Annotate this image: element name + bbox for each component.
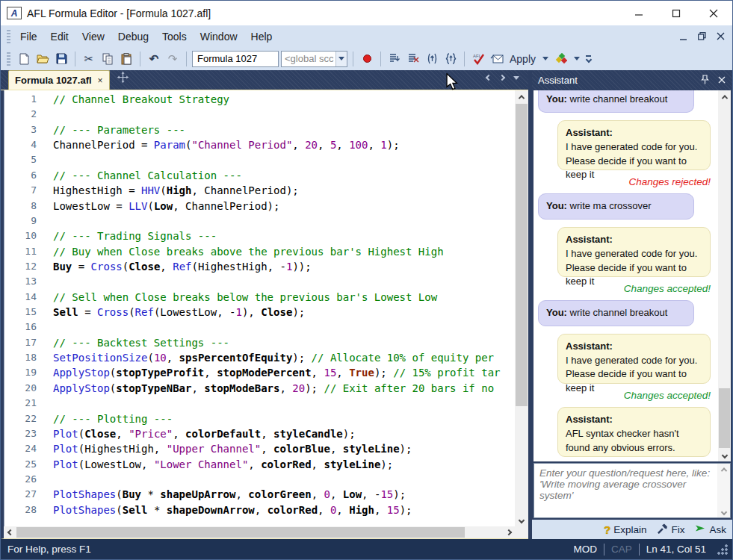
code-line-27[interactable]: PlotShapes(Buy * shapeUpArrow, colorGree… — [53, 487, 515, 502]
insert-indicator-icon[interactable] — [553, 51, 569, 67]
copy-icon[interactable] — [99, 51, 116, 67]
scope-selector[interactable]: <global scc — [281, 51, 347, 67]
menu-view[interactable]: View — [75, 28, 111, 45]
tab-formula-1027[interactable]: Formula 1027.afl × — [8, 70, 110, 90]
input-scroll-up-icon[interactable] — [717, 464, 730, 475]
resize-grip[interactable] — [717, 544, 728, 555]
code-line-11[interactable]: // Buy when Close breaks above the previ… — [53, 244, 515, 259]
assistant-messages: You: write channel breakoutAssistant: I … — [533, 90, 718, 461]
code-line-26[interactable] — [53, 472, 515, 487]
code-line-7[interactable]: HighestHigh = HHV(High, ChannelPeriod); — [53, 183, 515, 198]
tab-close-icon[interactable]: × — [98, 75, 103, 86]
code-editor[interactable]: 1234567891011121314151617181920212223242… — [1, 90, 528, 526]
tab-scroll-right-icon[interactable] — [499, 75, 505, 81]
minimize-button[interactable] — [620, 1, 658, 25]
menu-debug[interactable]: Debug — [111, 28, 155, 45]
toolbar-grip[interactable] — [7, 30, 10, 43]
open-file-icon[interactable] — [34, 51, 51, 67]
scroll-down-icon[interactable] — [515, 514, 528, 526]
code-line-22[interactable]: // --- Plotting --- — [53, 411, 515, 426]
assistant-scroll-up-icon[interactable] — [718, 90, 731, 103]
save-file-icon[interactable] — [53, 51, 69, 67]
code-line-2[interactable] — [53, 107, 515, 122]
paren-jump-icon[interactable] — [424, 51, 440, 67]
record-macro-icon[interactable] — [359, 51, 375, 67]
syntax-check-icon[interactable]: AFL — [470, 51, 486, 67]
code-line-10[interactable]: // --- Trading Signals --- — [53, 228, 515, 243]
redo-icon[interactable]: ↷ — [164, 51, 181, 67]
line-number: 17 — [4, 335, 47, 350]
code-line-24[interactable]: Plot(HighestHigh, "Upper Channel", color… — [53, 441, 515, 456]
brace-jump-icon[interactable] — [442, 51, 459, 67]
code-line-4[interactable]: ChannelPeriod = Param("Channel Period", … — [53, 137, 515, 152]
apply-button[interactable]: Apply — [507, 53, 538, 65]
close-button[interactable] — [695, 1, 732, 25]
fix-button[interactable]: Fix — [657, 523, 684, 536]
apply-dropdown-arrow-icon[interactable] — [540, 51, 551, 67]
cut-icon[interactable]: ✂ — [81, 51, 97, 67]
explain-button[interactable]: ? Explain — [604, 523, 646, 536]
input-scrollbar[interactable] — [717, 464, 730, 517]
code-line-5[interactable] — [53, 152, 515, 167]
paste-icon[interactable] — [118, 51, 134, 67]
pan-icon[interactable] — [117, 72, 129, 86]
code-line-6[interactable]: // --- Channel Calculation --- — [53, 168, 515, 183]
menu-help[interactable]: Help — [244, 28, 279, 45]
scroll-up-icon[interactable] — [515, 90, 528, 103]
editor-horizontal-scrollbar[interactable] — [4, 526, 515, 538]
code-line-8[interactable]: LowestLow = LLV(Low, ChannelPeriod); — [53, 199, 515, 214]
formula-name-field[interactable]: Formula 1027 — [192, 51, 279, 67]
new-file-icon[interactable] — [16, 51, 32, 67]
mdi-close-button[interactable] — [717, 32, 725, 40]
horizontal-scroll-thumb[interactable] — [16, 527, 465, 538]
list-delete-icon[interactable] — [405, 51, 421, 67]
code-line-9[interactable] — [53, 214, 515, 228]
toolbar-grip-2[interactable] — [7, 52, 10, 66]
menu-tools[interactable]: Tools — [155, 28, 194, 45]
code-line-28[interactable]: PlotShapes(Sell * shapeDownArrow, colorR… — [53, 503, 515, 517]
undo-icon[interactable]: ↶ — [146, 51, 162, 67]
code-lines[interactable]: // Channel Breakout Strategy// --- Param… — [53, 90, 515, 526]
assistant-scroll-thumb[interactable] — [719, 388, 730, 448]
tab-scroll-left-icon[interactable] — [486, 75, 492, 81]
assistant-scroll-down-icon[interactable] — [718, 449, 731, 461]
scroll-right-icon[interactable] — [502, 526, 515, 538]
assistant-message-bubble: Assistant: AFL syntax checker hasn't fou… — [557, 407, 711, 457]
code-line-13[interactable] — [53, 274, 515, 289]
code-line-19[interactable]: ApplyStop(stopTypeProfit, stopModePercen… — [53, 365, 515, 380]
assistant-scrollbar[interactable] — [718, 90, 731, 461]
menu-file[interactable]: File — [13, 28, 44, 45]
code-line-14[interactable]: // Sell when Close breaks below the prev… — [53, 290, 515, 305]
line-number: 25 — [4, 457, 47, 472]
code-line-20[interactable]: ApplyStop(stopTypeNBar, stopModeBars, 20… — [53, 381, 515, 396]
code-line-17[interactable]: // --- Backtest Settings --- — [53, 335, 515, 350]
send-to-chart-icon[interactable] — [489, 51, 505, 67]
code-line-1[interactable]: // Channel Breakout Strategy — [53, 92, 515, 107]
input-scroll-down-icon[interactable] — [717, 506, 730, 517]
pin-icon[interactable] — [701, 75, 709, 87]
code-line-12[interactable]: Buy = Cross(Close, Ref(HighestHigh, -1))… — [53, 259, 515, 274]
editor-vertical-scrollbar[interactable] — [515, 90, 528, 526]
code-line-25[interactable]: Plot(LowestLow, "Lower Channel", colorRe… — [53, 457, 515, 472]
code-line-16[interactable] — [53, 320, 515, 335]
code-line-18[interactable]: SetPositionSize(10, spsPercentOfEquity);… — [53, 350, 515, 365]
scope-dropdown-arrow-icon[interactable] — [335, 52, 347, 66]
mdi-minimize-button[interactable] — [680, 33, 687, 40]
menu-edit[interactable]: Edit — [44, 28, 75, 45]
scroll-left-icon[interactable] — [4, 526, 16, 538]
ask-button[interactable]: Ask — [695, 523, 726, 535]
mdi-restore-button[interactable] — [698, 32, 706, 40]
maximize-button[interactable] — [658, 1, 695, 25]
assistant-input[interactable] — [534, 464, 717, 517]
code-line-15[interactable]: Sell = Cross(Ref(LowestLow, -1), Close); — [53, 305, 515, 320]
code-line-21[interactable] — [53, 396, 515, 411]
insert-dropdown-arrow-icon[interactable] — [572, 51, 582, 67]
tab-list-dropdown-icon[interactable] — [513, 76, 519, 80]
assistant-close-icon[interactable] — [718, 75, 726, 86]
menu-window[interactable]: Window — [194, 28, 244, 45]
code-line-3[interactable]: // --- Parameters --- — [53, 122, 515, 137]
list-down-icon[interactable] — [386, 51, 403, 67]
code-line-23[interactable]: Plot(Close, "Price", colorDefault, style… — [53, 426, 515, 441]
toolbar-options-icon[interactable] — [586, 55, 591, 62]
vertical-scroll-thumb[interactable] — [516, 104, 528, 406]
